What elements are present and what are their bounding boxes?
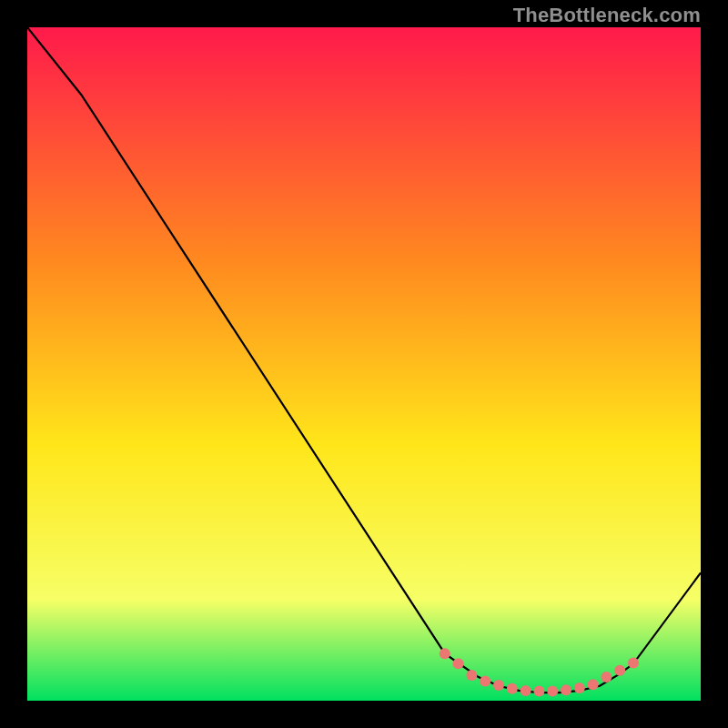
curve-marker: [628, 658, 639, 669]
curve-marker: [453, 658, 464, 669]
curve-marker: [521, 685, 531, 696]
curve-marker: [480, 676, 490, 687]
curve-marker: [588, 679, 599, 690]
curve-marker: [614, 665, 625, 676]
curve-marker: [507, 683, 518, 694]
chart-svg: [27, 27, 701, 701]
curve-marker: [601, 672, 612, 682]
curve-marker: [440, 648, 450, 659]
curve-marker: [574, 682, 585, 693]
curve-marker: [561, 684, 571, 695]
chart-frame: TheBottleneck.com: [0, 0, 728, 728]
curve-marker: [466, 670, 477, 681]
plot-area: [27, 27, 701, 701]
gradient-background: [27, 27, 701, 701]
curve-marker: [547, 686, 558, 697]
watermark-text: TheBottleneck.com: [513, 4, 701, 27]
curve-marker: [493, 680, 504, 691]
curve-marker: [533, 686, 544, 697]
